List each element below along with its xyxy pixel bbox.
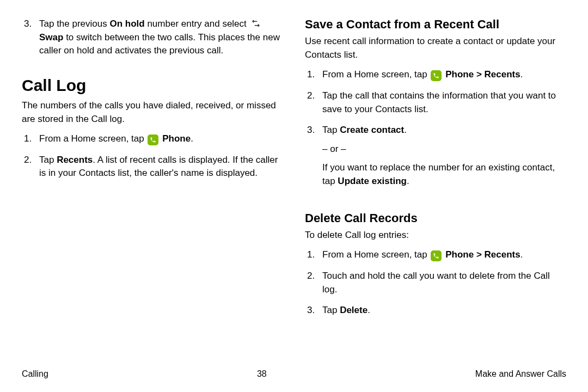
- list-item: Touch and hold the call you want to dele…: [305, 270, 566, 296]
- text: Touch and hold the call you want to dele…: [322, 271, 550, 295]
- text: Tap: [322, 305, 340, 315]
- phone-label: Phone: [162, 133, 191, 144]
- recents-label: Recents: [485, 69, 520, 79]
- list-item: Tap the previous On hold number entry an…: [22, 17, 283, 58]
- alt-instruction: If you want to replace the number for an…: [322, 161, 566, 188]
- left-column: Tap the previous On hold number entry an…: [22, 17, 283, 355]
- text: Tap the previous: [39, 19, 109, 29]
- list-item: From a Home screen, tap Phone > Recents.: [305, 68, 566, 82]
- list-item: Tap Recents. A list of recent calls is d…: [22, 154, 283, 180]
- text: From a Home screen, tap: [322, 249, 430, 260]
- text: Tap the call that contains the informati…: [322, 90, 556, 114]
- delete-records-heading: Delete Call Records: [305, 211, 566, 225]
- create-contact-label: Create contact: [340, 125, 404, 135]
- page-number: 38: [257, 369, 267, 379]
- previous-list-continuation: Tap the previous On hold number entry an…: [22, 17, 283, 65]
- recents-label: Recents: [485, 249, 520, 260]
- save-contact-heading: Save a Contact from a Recent Call: [305, 17, 566, 32]
- swap-label: Swap: [39, 32, 63, 42]
- text: .: [520, 69, 523, 79]
- chevron-text: >: [474, 69, 484, 79]
- text: From a Home screen, tap: [39, 133, 146, 144]
- list-item: Tap Delete.: [305, 304, 566, 317]
- phone-icon: [431, 70, 442, 81]
- swap-icon: [250, 18, 261, 29]
- or-separator: – or –: [322, 143, 566, 156]
- text: .: [191, 133, 193, 144]
- call-log-heading: Call Log: [22, 76, 283, 95]
- save-contact-intro: Use recent call information to create a …: [305, 35, 566, 62]
- page-footer: Calling 38 Make and Answer Calls: [22, 369, 566, 379]
- phone-label: Phone: [445, 249, 474, 260]
- text: .: [404, 125, 407, 135]
- text: Tap: [322, 125, 340, 135]
- text: .: [367, 305, 370, 315]
- list-item: Tap the call that contains the informati…: [305, 89, 566, 116]
- text: .: [407, 176, 409, 186]
- call-log-intro: The numbers of the calls you have dialed…: [22, 99, 283, 126]
- footer-left: Calling: [22, 369, 48, 379]
- text: Tap: [39, 155, 57, 165]
- list-item: From a Home screen, tap Phone > Recents.: [305, 248, 566, 262]
- delete-label: Delete: [340, 305, 367, 315]
- footer-right: Make and Answer Calls: [475, 369, 566, 379]
- phone-label: Phone: [445, 69, 474, 79]
- text: .: [520, 249, 523, 260]
- save-contact-steps: From a Home screen, tap Phone > Recents.…: [305, 68, 566, 195]
- update-existing-label: Update existing: [338, 176, 407, 186]
- text: From a Home screen, tap: [322, 69, 430, 79]
- text: to switch between the two calls. This pl…: [39, 32, 280, 56]
- recents-label: Recents: [57, 155, 93, 165]
- list-item: Tap Create contact. – or – If you want t…: [305, 124, 566, 188]
- right-column: Save a Contact from a Recent Call Use re…: [305, 17, 566, 355]
- phone-icon: [431, 250, 442, 261]
- phone-icon: [148, 134, 158, 145]
- delete-records-intro: To delete Call log entries:: [305, 229, 566, 242]
- on-hold-label: On hold: [109, 19, 144, 29]
- chevron-text: >: [474, 249, 484, 260]
- delete-records-steps: From a Home screen, tap Phone > Recents.…: [305, 248, 566, 325]
- call-log-steps: From a Home screen, tap Phone. Tap Recen…: [22, 132, 283, 188]
- list-item: From a Home screen, tap Phone.: [22, 132, 283, 146]
- text: number entry and select: [145, 19, 249, 29]
